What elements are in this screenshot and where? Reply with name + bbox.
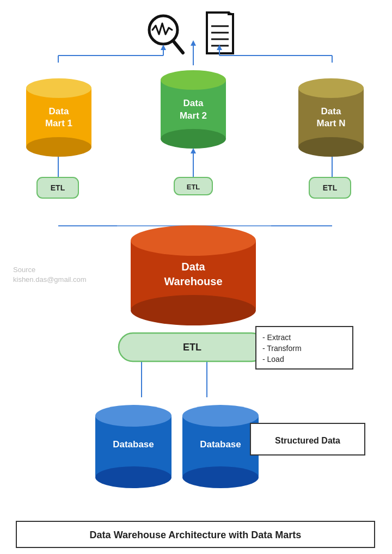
svg-text:Data Warehouse Architecture wi: Data Warehouse Architecture with Data Ma… (90, 530, 302, 540)
svg-line-1 (173, 41, 183, 53)
svg-point-56 (131, 295, 256, 325)
diagram-container: Data Mart 1 Data Mart 2 Data Mart N ETL … (0, 0, 392, 554)
svg-text:Database: Database (200, 439, 241, 450)
svg-text:- Extract: - Extract (262, 333, 291, 342)
svg-point-40 (161, 129, 226, 149)
svg-text:Source: Source (13, 266, 35, 274)
svg-point-44 (298, 78, 364, 98)
svg-point-39 (161, 70, 226, 90)
svg-point-67 (182, 466, 259, 488)
svg-point-45 (298, 137, 364, 157)
analysis-icon-group (149, 16, 183, 53)
svg-point-63 (95, 466, 171, 488)
svg-text:Data: Data (181, 261, 205, 273)
svg-point-62 (95, 405, 171, 427)
svg-text:- Transform: - Transform (262, 344, 302, 353)
svg-point-55 (131, 225, 256, 256)
svg-text:ETL: ETL (183, 342, 201, 353)
svg-text:Data: Data (49, 106, 69, 116)
svg-text:Data: Data (321, 106, 341, 116)
svg-text:Warehouse: Warehouse (164, 275, 222, 287)
svg-text:- Load: - Load (262, 355, 284, 364)
diagram-svg: Data Mart 1 Data Mart 2 Data Mart N ETL … (0, 0, 392, 554)
svg-point-35 (26, 137, 91, 157)
svg-text:Database: Database (113, 439, 154, 450)
svg-point-34 (26, 78, 91, 98)
svg-text:Data: Data (183, 98, 204, 108)
svg-text:Mart 2: Mart 2 (180, 110, 207, 121)
svg-text:Mart N: Mart N (317, 118, 346, 128)
svg-text:kishen.das@gmail.com: kishen.das@gmail.com (13, 275, 87, 284)
svg-text:Structured Data: Structured Data (275, 436, 340, 445)
svg-marker-9 (161, 45, 166, 50)
svg-point-66 (182, 405, 259, 427)
svg-text:Mart 1: Mart 1 (45, 118, 72, 128)
svg-marker-21 (191, 148, 196, 153)
svg-text:ETL: ETL (187, 183, 200, 191)
svg-text:ETL: ETL (323, 183, 338, 192)
svg-text:ETL: ETL (51, 183, 65, 192)
svg-marker-11 (191, 40, 196, 46)
